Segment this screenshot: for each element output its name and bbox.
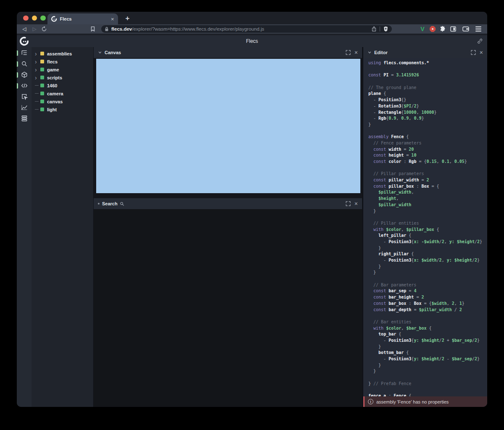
chevron-down-icon[interactable] bbox=[98, 50, 102, 55]
tree-item-label: assemblies bbox=[47, 51, 72, 56]
code-line: const PI = 3.1415926 bbox=[368, 72, 487, 79]
code-line: using flecs.components.* bbox=[368, 60, 487, 66]
rail-item-scene[interactable] bbox=[17, 71, 32, 79]
bookmarks-icon[interactable] bbox=[90, 26, 96, 32]
entity-tree-panel: ›assemblies›flecs›game›scripts1460camera… bbox=[32, 47, 93, 407]
code-line: const bar_depth = $pillar_width / 2 bbox=[368, 307, 487, 313]
close-icon[interactable]: × bbox=[480, 50, 483, 55]
code-line: right_pillar { bbox=[368, 251, 487, 257]
hierarchy-icon bbox=[21, 50, 28, 56]
code-line: const bar_box : Box = {$width, 2, 1} bbox=[368, 301, 487, 307]
code-line: - Position3{} bbox=[368, 97, 487, 103]
expand-chevron-icon[interactable]: › bbox=[35, 67, 40, 73]
browser-menu-icon[interactable] bbox=[475, 26, 481, 31]
code-icon bbox=[21, 82, 28, 89]
side-panel-icon[interactable] bbox=[450, 26, 457, 32]
close-icon[interactable]: × bbox=[354, 50, 358, 55]
code-line: } // Prefab Fence bbox=[368, 381, 487, 387]
tree-item-assemblies[interactable]: ›assemblies bbox=[32, 50, 93, 58]
canvas-panel-body bbox=[94, 58, 362, 198]
v-extension-icon[interactable]: V bbox=[419, 26, 426, 32]
code-line: with $color, $pillar_box { bbox=[368, 227, 487, 233]
editor-column: Editor × using flecs.components.* const … bbox=[362, 47, 487, 407]
canvas-3d-view[interactable] bbox=[96, 59, 360, 193]
tree-item-light[interactable]: light bbox=[32, 105, 93, 113]
window-controls bbox=[17, 16, 46, 25]
rail-item-inspect[interactable] bbox=[17, 93, 32, 100]
entity-square-icon bbox=[40, 76, 44, 79]
search-panel-body[interactable] bbox=[94, 209, 362, 407]
code-line: - Position3{y: $height/2 + $bar_sep/2} bbox=[368, 338, 487, 344]
fullscreen-icon[interactable] bbox=[346, 50, 351, 55]
left-icon-rail bbox=[17, 47, 32, 407]
code-line: // Bar entities bbox=[368, 319, 487, 325]
search-icon bbox=[21, 60, 28, 67]
close-window-button[interactable] bbox=[23, 16, 29, 21]
rail-item-queries[interactable] bbox=[17, 115, 32, 122]
active-indicator bbox=[17, 50, 18, 56]
entity-square-icon bbox=[40, 92, 44, 95]
search-icon bbox=[120, 202, 124, 206]
expand-chevron-icon[interactable]: › bbox=[35, 51, 40, 57]
rail-item-stats[interactable] bbox=[17, 104, 32, 111]
code-line bbox=[368, 165, 487, 171]
active-indicator bbox=[17, 83, 18, 89]
expand-chevron-icon[interactable]: › bbox=[35, 59, 40, 65]
tree-item-scripts[interactable]: ›scripts bbox=[32, 73, 93, 81]
code-line: } bbox=[368, 344, 487, 350]
wallet-icon[interactable] bbox=[462, 26, 470, 32]
flecs-favicon bbox=[51, 16, 57, 22]
browser-tab[interactable]: Flecs × bbox=[47, 13, 118, 24]
center-column: Canvas × Search × bbox=[93, 47, 362, 407]
code-line: left_pillar { bbox=[368, 233, 487, 239]
entity-square-icon bbox=[40, 108, 44, 111]
code-line: const width = 20 bbox=[368, 147, 487, 153]
code-line: with $color, $bar_box { bbox=[368, 325, 487, 332]
back-button[interactable]: ◁ bbox=[21, 26, 28, 32]
fullscreen-icon[interactable] bbox=[471, 50, 476, 55]
rail-item-editor[interactable] bbox=[17, 82, 32, 89]
code-line bbox=[368, 214, 487, 220]
divider bbox=[380, 26, 380, 31]
reload-button[interactable] bbox=[41, 26, 47, 32]
chart-icon bbox=[21, 104, 28, 111]
tree-item-camera[interactable]: camera bbox=[32, 89, 93, 97]
close-icon[interactable]: × bbox=[354, 201, 358, 207]
tab-close-icon[interactable]: × bbox=[111, 16, 114, 22]
error-bar: ! assembly 'Fence' has no properties bbox=[363, 396, 487, 407]
chevron-down-icon[interactable] bbox=[368, 50, 372, 55]
page-title: Flecs bbox=[17, 38, 487, 44]
new-tab-button[interactable]: + bbox=[123, 14, 132, 23]
error-icon: ! bbox=[368, 399, 373, 404]
active-indicator bbox=[17, 61, 18, 67]
code-line bbox=[368, 313, 487, 319]
fullscreen-icon[interactable] bbox=[346, 201, 351, 206]
tree-item-label: 1460 bbox=[47, 83, 57, 88]
tree-item-flecs[interactable]: ›flecs bbox=[32, 58, 93, 66]
adblock-extension-icon[interactable] bbox=[430, 26, 436, 32]
url-bar[interactable]: flecs.dev/explorer/?wasm=https://www.fle… bbox=[101, 25, 392, 33]
tree-item-game[interactable]: ›game bbox=[32, 66, 93, 73]
minimize-window-button[interactable] bbox=[32, 16, 37, 21]
code-line: } bbox=[368, 208, 487, 215]
zoom-window-button[interactable] bbox=[40, 16, 46, 21]
code-editor[interactable]: using flecs.components.* const PI = 3.14… bbox=[363, 58, 487, 399]
collapse-dot-icon[interactable] bbox=[98, 203, 100, 205]
lock-icon bbox=[105, 27, 109, 31]
browser-tab-bar: Flecs × + bbox=[17, 12, 487, 24]
tree-item-1460[interactable]: 1460 bbox=[32, 81, 93, 89]
forward-button[interactable]: ▷ bbox=[31, 26, 38, 32]
code-line: // Pillar entities bbox=[368, 220, 487, 227]
share-icon[interactable] bbox=[371, 26, 377, 32]
editor-panel-header: Editor × bbox=[363, 47, 487, 58]
rail-item-search[interactable] bbox=[17, 60, 32, 68]
expand-chevron-icon[interactable]: › bbox=[35, 75, 40, 81]
tree-item-canvas[interactable]: canvas bbox=[32, 97, 93, 105]
code-line: } bbox=[368, 362, 487, 369]
extensions-puzzle-icon[interactable] bbox=[439, 26, 446, 32]
code-line: - Rotation3{$PI/2} bbox=[368, 103, 487, 110]
share-link-icon[interactable] bbox=[477, 38, 483, 44]
leaf-dash-icon bbox=[35, 85, 40, 86]
rail-item-hierarchy[interactable] bbox=[17, 50, 32, 57]
brave-shield-icon[interactable] bbox=[383, 26, 388, 32]
